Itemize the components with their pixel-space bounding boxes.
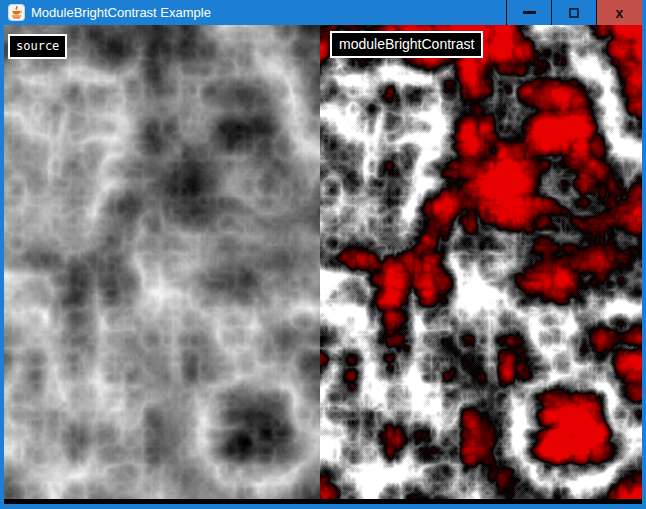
source-image-label: source — [8, 34, 67, 59]
result-image-label: moduleBrightContrast — [330, 31, 483, 58]
maximize-icon — [569, 8, 579, 18]
window-controls: x — [506, 0, 642, 25]
result-panel: moduleBrightContrast — [320, 25, 642, 499]
app-window: ModuleBrightContrast Example x source mo… — [0, 0, 646, 509]
close-icon: x — [616, 6, 624, 20]
window-title: ModuleBrightContrast Example — [31, 0, 211, 25]
java-coffee-cup-icon — [8, 4, 25, 21]
source-panel: source — [4, 25, 320, 499]
titlebar[interactable]: ModuleBrightContrast Example x — [0, 0, 646, 25]
minimize-icon — [523, 11, 536, 14]
source-image — [4, 25, 320, 499]
maximize-button[interactable] — [551, 0, 596, 25]
close-button[interactable]: x — [596, 0, 642, 25]
result-image — [320, 25, 642, 499]
window-content: source moduleBrightContrast — [0, 25, 646, 509]
minimize-button[interactable] — [506, 0, 551, 25]
